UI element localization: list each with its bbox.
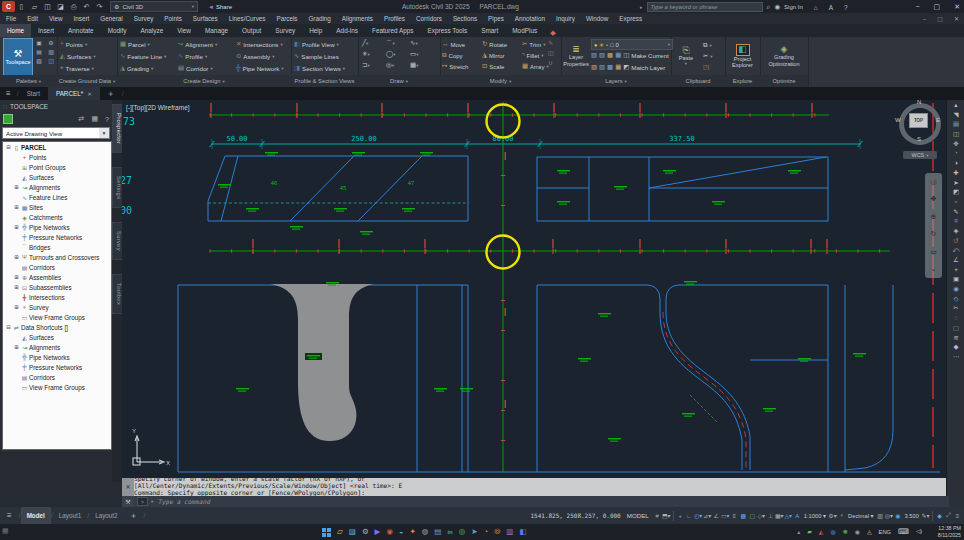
intersections-button[interactable]: ✕Intersections▾ [236, 39, 283, 49]
parcel-button[interactable]: ▦Parcel▾ [120, 39, 150, 49]
panel-label-layers[interactable]: Layers▾ [561, 75, 672, 87]
taskbar-app-clipboard-app[interactable]: ▥ [506, 528, 513, 536]
tree-item-view-frame-groups[interactable]: ▭View Frame Groups [3, 312, 111, 322]
status-toggle-workspace[interactable]: ⚙▾ [828, 512, 837, 519]
make-current-button[interactable]: Make Current [631, 52, 668, 59]
wcs-selector[interactable]: WCS▾ [903, 151, 937, 159]
right-toolbar-icon-16[interactable]: ∠ [953, 257, 959, 264]
right-toolbar-icon-10[interactable]: ▫ [955, 199, 957, 206]
paste-special-button[interactable]: ◳ [703, 62, 709, 72]
cut-clip-button[interactable]: ✂▾ [703, 51, 713, 61]
touch-keyboard-icon[interactable]: ⌨ [898, 528, 909, 536]
tab-close-icon[interactable]: ✕ [87, 91, 92, 97]
drawing-canvas[interactable]: [-][Top][2D Wireframe] 73 27 00 50.00 [122, 100, 946, 478]
status-toggle-quick-properties[interactable]: ▥ [875, 512, 884, 519]
status-toggle-dynamic-ucs[interactable]: ⊥ [766, 512, 775, 519]
right-toolbar-icon-17[interactable]: ⌖ [954, 267, 958, 274]
menu-insert[interactable]: Insert [74, 15, 90, 22]
tree-item-pressure-networks[interactable]: ╪Pressure Networks [3, 232, 111, 242]
drawing-viewport[interactable]: [-][Top][2D Wireframe] 73 27 00 50.00 [122, 100, 946, 478]
status-toggle-hardware-acceleration[interactable]: ◉ [893, 512, 902, 519]
menu-alignments[interactable]: Alignments [342, 15, 373, 22]
view-selector-dropdown[interactable]: Active Drawing View ▼ [2, 127, 110, 139]
status-units[interactable]: Decimal ▾ [848, 513, 873, 519]
ribbon-tab-insert[interactable]: Insert [31, 24, 61, 37]
grading-button[interactable]: ◮Grading▾ [120, 63, 153, 73]
right-toolbar-icon-13[interactable]: ◈ [954, 228, 959, 235]
taskbar-app-whatsapp[interactable]: ◎ [459, 528, 466, 536]
status-toggle-object-snap[interactable]: ▭▾ [721, 512, 730, 519]
trim-button[interactable]: ✂Trim▾ [522, 39, 564, 50]
alignment-centerline-vertical[interactable] [501, 102, 506, 472]
panel-label-create-ground-data[interactable]: Create Ground Data▾ [57, 75, 118, 87]
paste-button[interactable]: ⎘ Paste▾ [675, 38, 697, 74]
right-toolbar-icon-4[interactable]: ✥ [953, 141, 958, 148]
fillet-button[interactable]: ◝Fillet▾ [522, 50, 564, 61]
panel-label-modify[interactable]: Modify▾ [440, 75, 562, 87]
profile-button[interactable]: ∿Profile▾ [178, 51, 207, 61]
menu-lines-curves[interactable]: Lines/Curves [229, 15, 266, 22]
draw-tool-3[interactable]: ✳▾ [362, 50, 386, 61]
new-layout-button[interactable]: ＋ [124, 510, 144, 521]
right-toolbar-icon-2[interactable]: ▤ [953, 121, 959, 128]
pipe-network-button[interactable]: ╬Pipe Network▾ [236, 63, 284, 73]
status-annotation-scale[interactable]: 1:1000 ▾ [804, 513, 826, 519]
save-as-icon[interactable]: ◪ [54, 1, 67, 12]
layer-dropdown[interactable]: ● ☀ ▪ □ 0 ▾ [591, 39, 673, 50]
right-toolbar-icon-25[interactable]: ◆ [954, 344, 959, 351]
viewport-controls-label[interactable]: [-][Top][2D Wireframe] [126, 104, 190, 112]
pan-icon[interactable]: ✥ [931, 195, 937, 203]
view-cube[interactable]: N W E S TOP [896, 100, 944, 148]
layer-tools-row-2[interactable]: ▧▨ ▩▦ ◩ Match Layer [591, 62, 665, 72]
panel-label-draw[interactable]: Draw▾ [358, 75, 441, 87]
tree-item-pipe-networks[interactable]: ⊞╬Pipe Networks [3, 222, 111, 232]
ribbon-tab-featured-apps[interactable]: Featured Apps [365, 24, 421, 37]
search-expand-icon[interactable]: ▸ [640, 4, 643, 10]
autodesk-a-icon[interactable]: A [829, 4, 833, 11]
menu-corridors[interactable]: Corridors [416, 15, 442, 22]
new-tab-button[interactable]: ＋ [100, 88, 122, 99]
tree-item-feature-lines[interactable]: ∿Feature Lines [3, 192, 111, 202]
status-toggle-graphics-performance[interactable]: ◆ [935, 512, 944, 519]
stretch-button[interactable]: ↦Stretch [442, 61, 482, 72]
ribbon-tab-analyze[interactable]: Analyze [133, 24, 170, 37]
close-button[interactable]: ✕ [954, 3, 960, 11]
move-button[interactable]: ↔Move [442, 39, 482, 50]
tree-item-parcel[interactable]: ⊟▯PARCEL [3, 142, 111, 152]
minimize-button[interactable]: − [915, 3, 919, 10]
draw-tool-0[interactable]: ╱▾ [362, 39, 386, 50]
status-toggle-selection-filtering[interactable]: ▦▾ [775, 512, 784, 519]
assembly-button[interactable]: ⊙Assembly▾ [236, 51, 274, 61]
tree-item-turnouts-and-crossovers[interactable]: ⊞ΨTurnouts and Crossovers [3, 252, 111, 262]
drag-handle-icon[interactable]: ∷ [3, 103, 7, 110]
menu-pipes[interactable]: Pipes [488, 15, 504, 22]
status-toggle-object-snap-tracking[interactable]: ∠ [712, 512, 721, 519]
status-toggle-ortho[interactable]: ∟ [685, 513, 694, 519]
menu-window[interactable]: Window [586, 15, 608, 22]
side-tab-survey[interactable]: Survey [112, 222, 123, 260]
command-input-row[interactable]: > ▾ [134, 496, 949, 507]
doc-restore-button[interactable]: ▢ [937, 15, 943, 22]
menu-points[interactable]: Points [164, 15, 182, 22]
tree-item-pressure-networks[interactable]: ╪Pressure Networks [3, 362, 111, 372]
corridor-button[interactable]: ▤Corridor▾ [178, 63, 213, 73]
menu-express[interactable]: Express [619, 15, 642, 22]
toolspace-button[interactable]: ⚒ Toolspace [3, 38, 33, 76]
lock-icon[interactable]: ◫ [548, 49, 554, 56]
draw-tool-6[interactable]: ⊐▾ [362, 61, 386, 72]
ribbon-tab-help[interactable]: Help [302, 24, 329, 37]
tree-item-points[interactable]: +Points [3, 152, 111, 162]
right-toolbar-icon-14[interactable]: ↺ [953, 238, 958, 245]
showmotion-icon[interactable]: ▭ [930, 248, 937, 256]
doc-close-button[interactable]: ✕ [954, 15, 959, 22]
compass-north[interactable]: N [917, 99, 921, 105]
right-toolbar-icon-0[interactable]: ▴ [954, 102, 957, 109]
draw-tool-1[interactable]: ⌒▾ [386, 39, 410, 50]
right-toolbar-icon-6[interactable]: ◑ [954, 160, 958, 167]
file-tab-menu-icon[interactable]: ≡ [0, 89, 17, 98]
right-toolbar-icon-20[interactable]: ◇ [954, 296, 959, 303]
volume-icon[interactable]: ◁) [916, 529, 922, 535]
draw-tool-8[interactable]: ▦▾ [410, 61, 434, 72]
right-toolbar-icon-12[interactable]: ⌗ [954, 218, 958, 225]
ribbon-tab-modify[interactable]: Modify [101, 24, 134, 37]
